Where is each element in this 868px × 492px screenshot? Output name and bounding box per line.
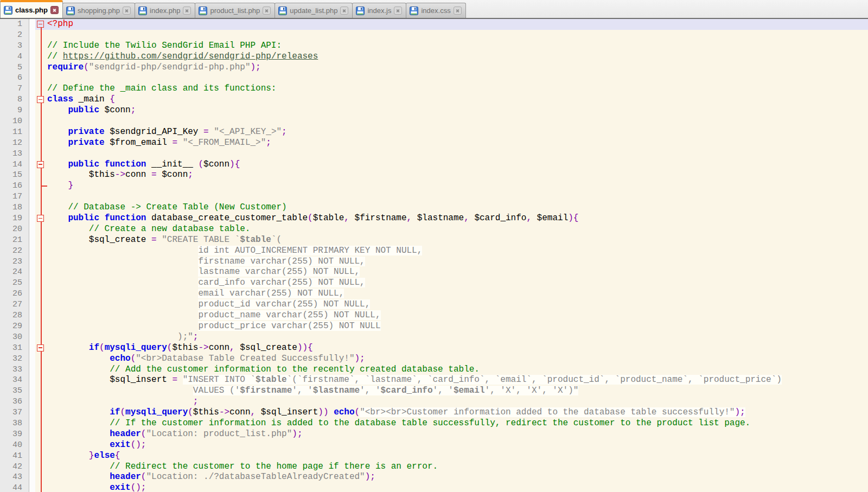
fold-margin[interactable] <box>35 257 47 267</box>
bookmark-margin[interactable] <box>29 159 35 170</box>
code-text[interactable]: firstname varchar(255) NOT NULL, <box>47 257 868 267</box>
bookmark-margin[interactable] <box>29 299 35 310</box>
fold-margin[interactable] <box>35 105 47 116</box>
fold-collapse-icon[interactable] <box>37 21 44 28</box>
code-line[interactable]: 36 ; <box>0 397 868 407</box>
fold-margin[interactable] <box>35 462 47 472</box>
code-text[interactable]: id int AUTO_INCREMENT PRIMARY KEY NOT NU… <box>47 246 868 257</box>
code-line[interactable]: 24 lastname varchar(255) NOT NULL, <box>0 267 868 278</box>
bookmark-margin[interactable] <box>29 149 35 159</box>
code-line[interactable]: 22 id int AUTO_INCREMENT PRIMARY KEY NOT… <box>0 246 868 257</box>
code-line[interactable]: 10 <box>0 116 868 127</box>
fold-margin[interactable] <box>35 52 47 62</box>
code-text[interactable]: <?php <box>47 19 868 30</box>
code-text[interactable]: } <box>47 181 868 191</box>
code-line[interactable]: 12 private $from_email = "<_FROM_EMAIL_>… <box>0 138 868 149</box>
bookmark-margin[interactable] <box>29 94 35 105</box>
close-icon[interactable] <box>123 7 131 15</box>
fold-margin[interactable] <box>35 365 47 375</box>
fold-margin[interactable] <box>35 246 47 257</box>
bookmark-margin[interactable] <box>29 440 35 451</box>
fold-collapse-icon[interactable] <box>37 96 44 103</box>
bookmark-margin[interactable] <box>29 138 35 149</box>
bookmark-margin[interactable] <box>29 429 35 440</box>
code-line[interactable]: 40 exit(); <box>0 440 868 451</box>
fold-collapse-icon[interactable] <box>37 161 44 168</box>
code-text[interactable]: card_info varchar(255) NOT NULL, <box>47 278 868 289</box>
code-text[interactable]: private $sendgrid_API_Key = "<_API_KEY_>… <box>47 127 868 138</box>
bookmark-margin[interactable] <box>29 257 35 267</box>
fold-margin[interactable] <box>35 451 47 462</box>
code-line[interactable]: 6 <box>0 73 868 84</box>
fold-margin[interactable] <box>35 299 47 310</box>
code-line[interactable]: 30 );"; <box>0 332 868 343</box>
fold-margin[interactable] <box>35 332 47 343</box>
fold-margin[interactable] <box>35 278 47 289</box>
code-line[interactable]: 28 product_name varchar(255) NOT NULL, <box>0 310 868 321</box>
code-line[interactable]: 4// https://github.com/sendgrid/sendgrid… <box>0 52 868 62</box>
bookmark-margin[interactable] <box>29 84 35 94</box>
bookmark-margin[interactable] <box>29 267 35 278</box>
fold-margin[interactable] <box>35 440 47 451</box>
fold-margin[interactable] <box>35 375 47 386</box>
bookmark-margin[interactable] <box>29 321 35 332</box>
fold-margin[interactable] <box>35 127 47 138</box>
code-line[interactable]: 27 product_id varchar(255) NOT NULL, <box>0 299 868 310</box>
code-text[interactable]: // Database -> Create Table (New Custome… <box>47 202 868 213</box>
bookmark-margin[interactable] <box>29 191 35 202</box>
code-text[interactable]: private $from_email = "<_FROM_EMAIL_>"; <box>47 138 868 149</box>
code-line[interactable]: 15 $this->conn = $conn; <box>0 170 868 181</box>
close-icon[interactable] <box>454 7 462 15</box>
bookmark-margin[interactable] <box>29 105 35 116</box>
bookmark-margin[interactable] <box>29 407 35 418</box>
code-line[interactable]: 41 }else{ <box>0 451 868 462</box>
code-text[interactable]: // https://github.com/sendgrid/sendgrid-… <box>47 52 868 62</box>
code-line[interactable]: 44 exit(); <box>0 483 868 492</box>
bookmark-margin[interactable] <box>29 483 35 492</box>
bookmark-margin[interactable] <box>29 73 35 84</box>
tab-index-css[interactable]: index.css <box>406 3 465 18</box>
code-text[interactable]: // Add the customer information to the r… <box>47 365 868 375</box>
code-line[interactable]: 5require("sendgrid-php/sendgrid-php.php"… <box>0 62 868 73</box>
code-line[interactable]: 35 VALUES ('$firstname', '$lastname', '$… <box>0 386 868 397</box>
code-text[interactable]: lastname varchar(255) NOT NULL, <box>47 267 868 278</box>
bookmark-margin[interactable] <box>29 235 35 246</box>
fold-margin[interactable] <box>35 483 47 492</box>
code-line[interactable]: 14 public function __init__ ($conn){ <box>0 159 868 170</box>
code-line[interactable]: 16 } <box>0 181 868 191</box>
code-text[interactable]: if(mysqli_query($this->conn, $sql_insert… <box>47 407 868 418</box>
code-text[interactable]: ; <box>47 397 868 407</box>
bookmark-margin[interactable] <box>29 418 35 429</box>
fold-margin[interactable] <box>35 19 47 30</box>
code-line[interactable]: 42 // Redirect the customer to the home … <box>0 462 868 472</box>
code-text[interactable]: // Create a new database table. <box>47 224 868 235</box>
fold-margin[interactable] <box>35 418 47 429</box>
fold-margin[interactable] <box>35 343 47 354</box>
fold-margin[interactable] <box>35 386 47 397</box>
code-text[interactable]: exit(); <box>47 440 868 451</box>
code-text[interactable]: header("Location: product_list.php"); <box>47 429 868 440</box>
code-text[interactable]: exit(); <box>47 483 868 492</box>
code-line[interactable]: 23 firstname varchar(255) NOT NULL, <box>0 257 868 267</box>
fold-margin[interactable] <box>35 202 47 213</box>
fold-margin[interactable] <box>35 191 47 202</box>
close-icon[interactable] <box>183 7 191 15</box>
code-line[interactable]: 38 // If the customer information is add… <box>0 418 868 429</box>
code-text[interactable]: $this->conn = $conn; <box>47 170 868 181</box>
code-text[interactable]: public function database_create_customer… <box>47 213 868 224</box>
bookmark-margin[interactable] <box>29 116 35 127</box>
bookmark-margin[interactable] <box>29 310 35 321</box>
fold-margin[interactable] <box>35 310 47 321</box>
code-line[interactable]: 7// Define the _main class and its funct… <box>0 84 868 94</box>
bookmark-margin[interactable] <box>29 41 35 52</box>
code-text[interactable] <box>47 73 868 84</box>
code-text[interactable]: // If the customer information is added … <box>47 418 868 429</box>
tab-class-php[interactable]: class.php <box>0 0 63 18</box>
fold-collapse-icon[interactable] <box>37 344 44 352</box>
code-text[interactable]: public $conn; <box>47 105 868 116</box>
code-text[interactable] <box>47 116 868 127</box>
code-line[interactable]: 13 <box>0 149 868 159</box>
code-line[interactable]: 37 if(mysqli_query($this->conn, $sql_ins… <box>0 407 868 418</box>
code-text[interactable]: $sql_create = "CREATE TABLE `$table`( <box>47 235 868 246</box>
code-line[interactable]: 34 $sql_insert = "INSERT INTO `$table`(`… <box>0 375 868 386</box>
